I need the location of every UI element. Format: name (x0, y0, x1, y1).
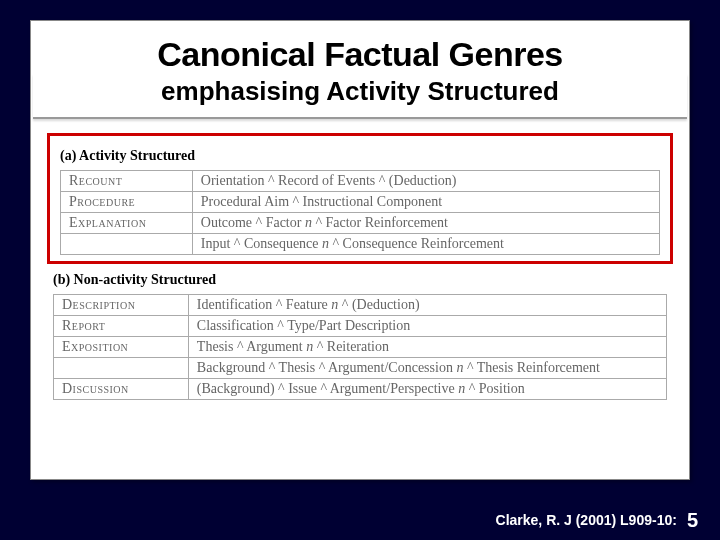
slide-title: Canonical Factual Genres (31, 21, 689, 74)
content-area: (a) Activity Structured Recount Orientat… (31, 119, 689, 400)
genre-structure: Identification ^ Feature n ^ (Deduction) (188, 295, 666, 316)
genre-name: Recount (61, 171, 193, 192)
footer: Clarke, R. J (2001) L909-10: 5 (0, 500, 720, 540)
genre-name: Explanation (61, 213, 193, 234)
table-row: Exposition Thesis ^ Argument n ^ Reitera… (54, 337, 667, 358)
genre-name: Report (54, 316, 189, 337)
genre-name: Description (54, 295, 189, 316)
table-row: Report Classification ^ Type/Part Descri… (54, 316, 667, 337)
table-activity-structured: Recount Orientation ^ Record of Events ^… (60, 170, 660, 255)
genre-structure: (Background) ^ Issue ^ Argument/Perspect… (188, 379, 666, 400)
genre-structure: Thesis ^ Argument n ^ Reiteration (188, 337, 666, 358)
slide-subtitle: emphasising Activity Structured (33, 74, 687, 119)
table-non-activity-structured: Description Identification ^ Feature n ^… (53, 294, 667, 400)
table-row: Recount Orientation ^ Record of Events ^… (61, 171, 660, 192)
slide-card: Canonical Factual Genres emphasising Act… (30, 20, 690, 480)
genre-structure: Background ^ Thesis ^ Argument/Concessio… (188, 358, 666, 379)
genre-name (54, 358, 189, 379)
genre-name (61, 234, 193, 255)
citation: Clarke, R. J (2001) L909-10: (496, 512, 677, 528)
highlighted-section-a: (a) Activity Structured Recount Orientat… (47, 133, 673, 264)
table-row: Procedure Procedural Aim ^ Instructional… (61, 192, 660, 213)
table-row: Discussion (Background) ^ Issue ^ Argume… (54, 379, 667, 400)
table-row: Input ^ Consequence n ^ Consequence Rein… (61, 234, 660, 255)
genre-structure: Orientation ^ Record of Events ^ (Deduct… (192, 171, 659, 192)
genre-structure: Classification ^ Type/Part Description (188, 316, 666, 337)
section-a-label: (a) Activity Structured (60, 148, 660, 164)
genre-name: Exposition (54, 337, 189, 358)
page-number: 5 (687, 509, 698, 532)
table-row: Background ^ Thesis ^ Argument/Concessio… (54, 358, 667, 379)
genre-structure: Outcome ^ Factor n ^ Factor Reinforcemen… (192, 213, 659, 234)
genre-structure: Input ^ Consequence n ^ Consequence Rein… (192, 234, 659, 255)
section-b-label: (b) Non-activity Structured (53, 272, 667, 288)
table-row: Description Identification ^ Feature n ^… (54, 295, 667, 316)
genre-structure: Procedural Aim ^ Instructional Component (192, 192, 659, 213)
table-row: Explanation Outcome ^ Factor n ^ Factor … (61, 213, 660, 234)
genre-name: Discussion (54, 379, 189, 400)
genre-name: Procedure (61, 192, 193, 213)
